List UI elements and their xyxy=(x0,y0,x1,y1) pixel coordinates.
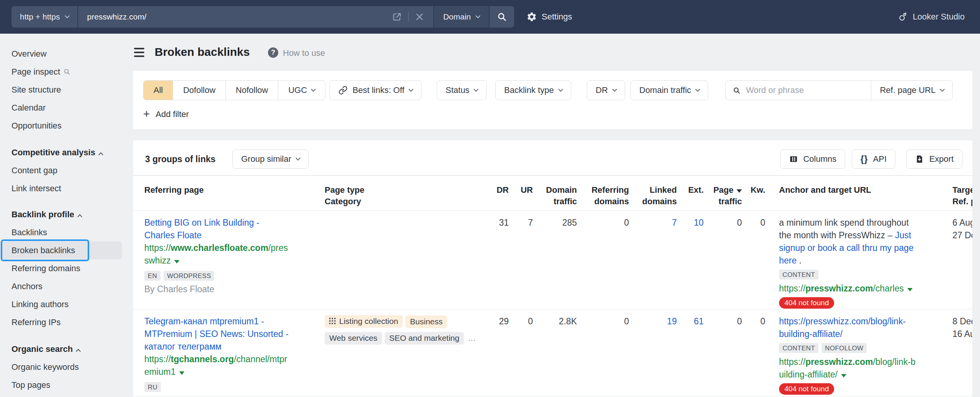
group-similar-selector[interactable]: Group similar xyxy=(232,150,309,169)
referring-page-cell: Telegram-канал mtpremium1 - MTPremium | … xyxy=(144,315,318,394)
sidebar-item-opportunities[interactable]: Opportunities xyxy=(0,117,133,135)
badges: RU xyxy=(144,381,318,394)
status-404-pill: 404 not found xyxy=(779,297,834,309)
filter-ugc[interactable]: UGC xyxy=(278,81,325,100)
sidebar-item-broken-backlinks[interactable]: Broken backlinks xyxy=(0,241,122,259)
domain-traffic-filter[interactable]: Domain traffic xyxy=(630,80,708,100)
referring-page-link[interactable]: Betting BIG on Link Building - Charles F… xyxy=(144,218,259,240)
help-icon[interactable]: ? xyxy=(268,47,278,58)
chevron-down-icon xyxy=(474,87,479,92)
ext-link[interactable]: 10 xyxy=(694,218,704,228)
best-links-filter[interactable]: Best links: Off xyxy=(330,80,421,100)
columns-icon xyxy=(789,155,798,164)
caret-down-icon[interactable] xyxy=(174,260,180,264)
filter-all[interactable]: All xyxy=(144,81,173,100)
referring-page-url[interactable]: https://tgchannels.org/channel/mtpr emiu… xyxy=(144,353,318,378)
sidebar-item-link-intersect[interactable]: Link intersect xyxy=(0,179,133,197)
col-domain-traffic[interactable]: Domain traffic xyxy=(533,184,577,207)
linked-domains-link[interactable]: 19 xyxy=(667,316,677,326)
sidebar-item-label: Overview xyxy=(11,49,47,59)
url-domain: tgchannels.org xyxy=(171,354,234,364)
ext-value: 10 xyxy=(677,216,704,229)
filter-dofollow[interactable]: Dofollow xyxy=(173,81,225,100)
ext-link[interactable]: 61 xyxy=(694,316,704,326)
mode-selector[interactable]: Domain xyxy=(434,6,489,28)
sidebar-item-content-gap[interactable]: Content gap xyxy=(0,161,133,179)
col-referring-page[interactable]: Referring page xyxy=(144,184,318,196)
protocol-selector[interactable]: http + https xyxy=(11,6,77,28)
sidebar-item-linking-authors[interactable]: Linking authors xyxy=(0,295,133,313)
col-page-traffic[interactable]: Pagetraffic xyxy=(704,184,742,207)
caret-down-icon[interactable] xyxy=(179,371,185,375)
sidebar-section-organic-search[interactable]: Organic search xyxy=(0,340,133,358)
more-ellipsis[interactable]: … xyxy=(468,334,476,342)
settings-button[interactable]: Settings xyxy=(526,0,572,34)
sidebar-item-top-pages[interactable]: Top pages xyxy=(0,376,133,394)
col-referring-domains[interactable]: Referring domains xyxy=(577,184,629,207)
sidebar-item-referring-ips[interactable]: Referring IPs xyxy=(0,313,133,331)
col-anchor-target-url[interactable]: Anchor and target URL xyxy=(779,184,949,196)
target-url[interactable]: https://presswhizz.com/blog/link-b uildi… xyxy=(779,356,949,381)
ur-value: 0 xyxy=(509,315,533,328)
col-kw[interactable]: Kw. xyxy=(742,184,765,196)
sidebar-item-anchors[interactable]: Anchors xyxy=(0,277,133,295)
how-to-use-link[interactable]: How to use xyxy=(283,48,325,58)
columns-label: Columns xyxy=(803,154,836,164)
col-ext[interactable]: Ext. xyxy=(677,184,704,196)
caret-down-icon[interactable] xyxy=(907,288,913,291)
col-page-type-category[interactable]: Page type Category xyxy=(325,184,489,207)
sidebar-item-organic-keywords[interactable]: Organic keywords xyxy=(0,358,133,376)
dr-filter[interactable]: DR xyxy=(587,80,625,100)
search-button[interactable] xyxy=(490,6,514,28)
search-input-wrap xyxy=(726,85,871,95)
col-ur[interactable]: UR xyxy=(509,184,533,196)
col-target-ref[interactable]: TargeRef. p xyxy=(952,184,972,207)
search-input[interactable] xyxy=(746,85,864,95)
sidebar-item-referring-domains[interactable]: Referring domains xyxy=(0,259,133,277)
page-type-cell: Listing collectionBusiness Web servicesS… xyxy=(325,315,489,345)
sidebar-section-backlink-profile[interactable]: Backlink profile xyxy=(0,205,133,223)
target-url[interactable]: https://presswhizz.com/charles xyxy=(779,282,949,295)
search-icon xyxy=(497,12,507,22)
clear-icon[interactable] xyxy=(415,12,424,21)
status-filter[interactable]: Status xyxy=(437,80,487,100)
looker-studio-icon xyxy=(898,12,908,22)
language-badge: EN xyxy=(144,271,160,281)
backlink-type-label: Backlink type xyxy=(504,85,554,95)
sidebar-section-competitive-analysis[interactable]: Competitive analysis xyxy=(0,143,133,161)
api-button[interactable]: {}API xyxy=(852,150,895,169)
col-dr[interactable]: DR xyxy=(470,184,509,196)
col-linked-domains[interactable]: Linked domains xyxy=(629,184,677,207)
menu-icon[interactable] xyxy=(134,48,144,57)
add-filter-button[interactable]: +Add filter xyxy=(143,106,189,123)
looker-studio-button[interactable]: Looker Studio xyxy=(898,0,965,34)
linked-domains-link[interactable]: 7 xyxy=(672,218,677,228)
chevron-down-icon xyxy=(65,13,70,18)
sidebar-item-site-structure[interactable]: Site structure xyxy=(0,81,133,99)
url-prefix: https:// xyxy=(779,283,805,293)
backlink-type-filter[interactable]: Backlink type xyxy=(495,80,571,100)
sidebar-item-overview[interactable]: Overview xyxy=(0,45,133,63)
external-link-icon[interactable] xyxy=(392,12,402,22)
url-input[interactable]: presswhizz.com/ xyxy=(78,6,433,28)
page-title: Broken backlinks xyxy=(155,46,250,59)
caret-down-icon[interactable] xyxy=(841,374,846,377)
columns-button[interactable]: Columns xyxy=(780,150,845,169)
referring-page-url[interactable]: https://www.charlesfloate.com/pres swhiz… xyxy=(144,242,318,267)
chevron-down-icon xyxy=(311,87,316,92)
search-scope-label: Ref. page URL xyxy=(880,85,936,95)
table-row: Betting BIG on Link Building - Charles F… xyxy=(133,211,972,309)
sidebar-item-label: Top pages xyxy=(11,380,51,390)
anchor-link[interactable]: https://presswhizz.com/blog/link- buildi… xyxy=(779,316,906,339)
export-button[interactable]: Export xyxy=(906,150,962,169)
sidebar-item-calendar[interactable]: Calendar xyxy=(0,99,133,117)
dr-value: 31 xyxy=(470,216,509,229)
domain-traffic-value: 285 xyxy=(533,216,577,229)
dr-value: 29 xyxy=(470,315,509,328)
search-scope-selector[interactable]: Ref. page URL xyxy=(871,81,952,100)
referring-page-link[interactable]: Telegram-канал mtpremium1 - MTPremium | … xyxy=(144,316,289,351)
sidebar-item-backlinks[interactable]: Backlinks xyxy=(0,223,133,241)
filter-nofollow[interactable]: Nofollow xyxy=(226,81,278,100)
sidebar-item-page-inspect[interactable]: Page inspect xyxy=(0,63,133,81)
group-similar-label: Group similar xyxy=(241,154,291,164)
